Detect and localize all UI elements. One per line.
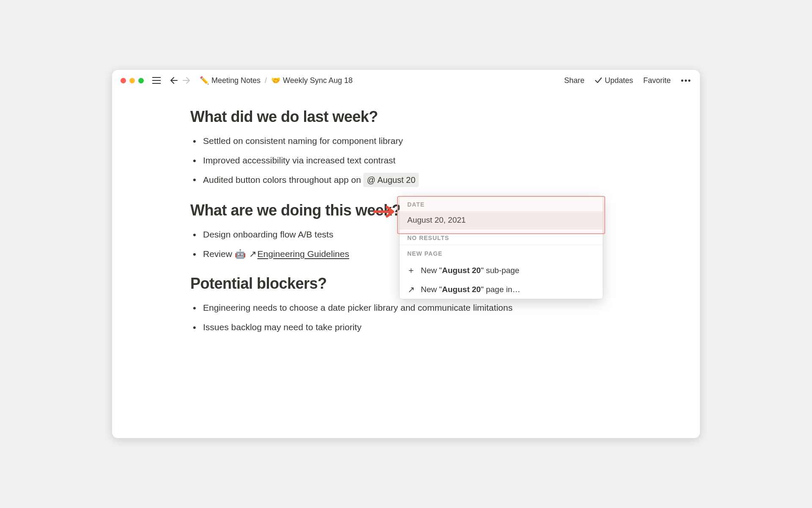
minimize-window-button[interactable] <box>129 78 135 83</box>
popup-new-subpage-text: New "August 20" sub-page <box>421 266 519 275</box>
breadcrumb-current-icon: 🤝 <box>271 76 280 85</box>
arrow-ne-icon: ↗ <box>249 247 257 261</box>
robot-emoji-icon: 🤖 <box>235 249 246 259</box>
mention-popup: DATE August 20, 2021 NO RESULTS NEW PAGE… <box>400 196 603 299</box>
updates-label: Updates <box>605 76 633 85</box>
share-button[interactable]: Share <box>564 76 584 85</box>
list-item[interactable]: Issues backlog may need to take priority <box>203 320 622 334</box>
popup-date-option[interactable]: August 20, 2021 <box>400 211 603 229</box>
app-window: ✏️ Meeting Notes / 🤝 Weekly Sync Aug 18 … <box>112 70 700 438</box>
window-controls <box>121 78 144 83</box>
list-item[interactable]: Engineering needs to choose a date picke… <box>203 301 622 315</box>
breadcrumb-current-label: Weekly Sync Aug 18 <box>283 76 353 85</box>
forward-button[interactable] <box>183 76 192 85</box>
list-last-week: Settled on consistent naming for compone… <box>190 134 622 187</box>
list-item-text: Audited button colors throughout app on <box>203 175 363 185</box>
list-item-text: Review <box>203 249 235 259</box>
back-button[interactable] <box>168 76 178 85</box>
popup-no-results-label: NO RESULTS <box>400 229 603 245</box>
date-mention-chip[interactable]: @ August 20 <box>363 173 419 187</box>
topbar-actions: Share Updates Favorite ••• <box>564 76 691 85</box>
popup-date-label: DATE <box>400 196 603 211</box>
arrow-ne-icon: ↗ <box>407 284 415 295</box>
topbar: ✏️ Meeting Notes / 🤝 Weekly Sync Aug 18 … <box>112 70 700 91</box>
favorite-button[interactable]: Favorite <box>643 76 671 85</box>
list-item[interactable]: Improved accessibility via increased tex… <box>203 154 622 167</box>
list-blockers: Engineering needs to choose a date picke… <box>190 301 622 334</box>
popup-new-page-label: NEW PAGE <box>400 245 603 260</box>
heading-last-week: What did we do last week? <box>190 108 622 126</box>
list-item[interactable]: Settled on consistent naming for compone… <box>203 134 622 148</box>
breadcrumb-parent-label: Meeting Notes <box>211 76 261 85</box>
plus-icon: ＋ <box>407 265 415 276</box>
maximize-window-button[interactable] <box>138 78 144 83</box>
popup-new-subpage-option[interactable]: ＋ New "August 20" sub-page <box>400 260 603 280</box>
menu-icon[interactable] <box>152 77 161 84</box>
more-menu-button[interactable]: ••• <box>681 76 691 85</box>
breadcrumb-separator: / <box>265 76 267 85</box>
breadcrumb-parent[interactable]: ✏️ Meeting Notes <box>200 76 261 85</box>
list-item[interactable]: Audited button colors throughout app on … <box>203 173 622 187</box>
close-window-button[interactable] <box>121 78 126 83</box>
popup-new-page-in-option[interactable]: ↗ New "August 20" page in… <box>400 280 603 299</box>
page-link-engineering-guidelines[interactable]: Engineering Guidelines <box>258 249 349 259</box>
breadcrumb-current[interactable]: 🤝 Weekly Sync Aug 18 <box>271 76 353 85</box>
updates-button[interactable]: Updates <box>595 76 633 85</box>
popup-new-pagein-text: New "August 20" page in… <box>421 285 520 294</box>
breadcrumb: ✏️ Meeting Notes / 🤝 Weekly Sync Aug 18 <box>200 76 353 85</box>
check-icon <box>595 77 602 84</box>
breadcrumb-parent-icon: ✏️ <box>200 76 209 85</box>
